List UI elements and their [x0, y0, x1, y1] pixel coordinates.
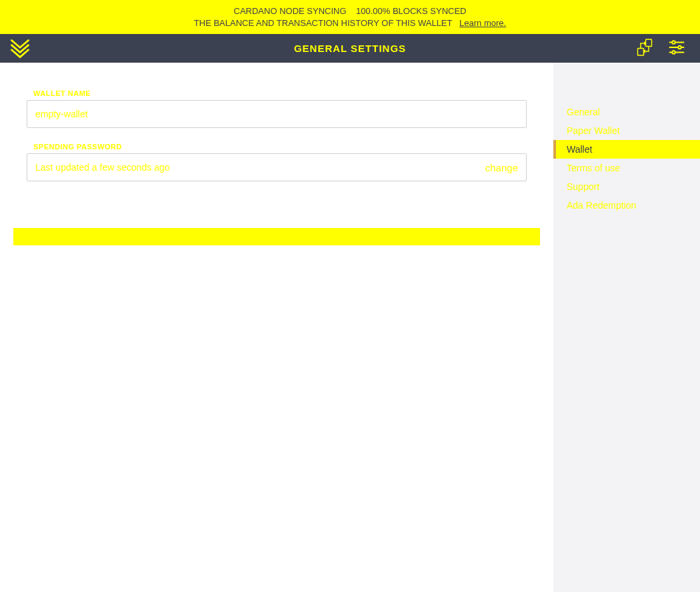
- svg-rect-1: [646, 39, 652, 47]
- sync-banner: CARDANO NODE SYNCING 100.00% BLOCKS SYNC…: [0, 0, 700, 34]
- wallet-name-value: empty-wallet: [35, 109, 518, 119]
- app-logo-icon[interactable]: [0, 34, 40, 63]
- highlight-bar: [13, 228, 540, 245]
- banner-line1-right: 100.00% BLOCKS SYNCED: [356, 6, 466, 16]
- page-title: GENERAL SETTINGS: [294, 43, 406, 54]
- sidebar-item-paper-wallet[interactable]: Paper Wallet: [553, 121, 700, 140]
- topbar: GENERAL SETTINGS: [0, 34, 700, 63]
- staking-icon[interactable]: [635, 37, 655, 60]
- banner-line2: THE BALANCE AND TRANSACTION HISTORY OF T…: [194, 18, 452, 28]
- svg-point-7: [672, 51, 675, 54]
- svg-point-5: [678, 45, 681, 49]
- change-password-link[interactable]: change: [485, 162, 518, 173]
- sidebar-item-wallet[interactable]: Wallet: [553, 140, 700, 159]
- svg-point-3: [672, 41, 675, 44]
- banner-line1-left: CARDANO NODE SYNCING: [234, 6, 347, 16]
- sidebar-item-general[interactable]: General: [553, 103, 700, 121]
- settings-icon[interactable]: [667, 37, 687, 60]
- settings-sidebar: GeneralPaper WalletWalletTerms of useSup…: [553, 63, 700, 592]
- sidebar-item-terms-of-use[interactable]: Terms of use: [553, 159, 700, 177]
- wallet-name-input[interactable]: empty-wallet: [27, 100, 527, 128]
- learn-more-link[interactable]: Learn more.: [459, 18, 506, 28]
- sidebar-item-ada-redemption[interactable]: Ada Redemption: [553, 196, 700, 215]
- wallet-name-label: WALLET NAME: [33, 89, 540, 97]
- sidebar-item-support[interactable]: Support: [553, 177, 700, 196]
- svg-rect-0: [638, 48, 644, 55]
- password-updated-info: Last updated a few seconds ago: [35, 162, 485, 173]
- spending-password-box: Last updated a few seconds ago change: [27, 153, 527, 181]
- main-content: WALLET NAME empty-wallet SPENDING PASSWO…: [0, 63, 553, 592]
- spending-password-label: SPENDING PASSWORD: [33, 143, 540, 151]
